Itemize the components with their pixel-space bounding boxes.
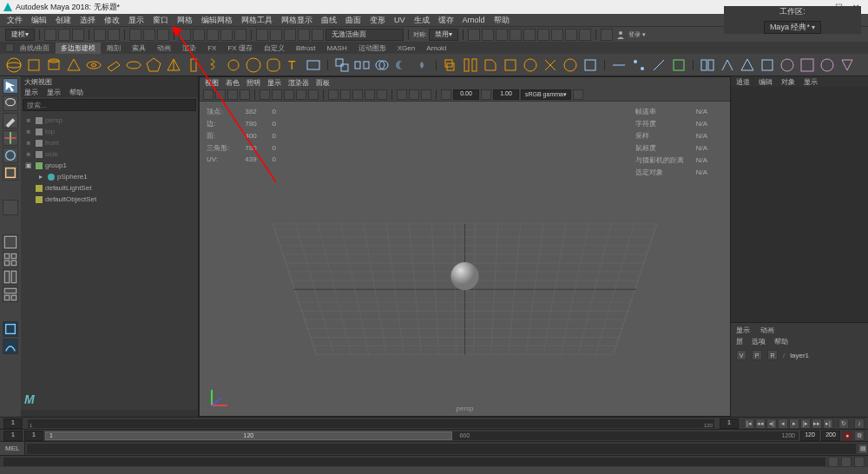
two-pane-icon[interactable]	[3, 269, 18, 285]
play-back-icon[interactable]: ◂	[778, 418, 788, 429]
shelf-tab[interactable]: Bifrost	[291, 43, 321, 53]
layer-tab-anim[interactable]: 动画	[760, 326, 774, 335]
poly-pipe-icon[interactable]	[185, 56, 202, 74]
shelf-tab[interactable]: 动画	[152, 43, 176, 54]
combine-icon[interactable]	[333, 56, 351, 74]
append-icon[interactable]	[502, 56, 519, 74]
menu-item[interactable]: 选择	[80, 15, 95, 26]
targetweld-icon[interactable]	[630, 56, 648, 74]
separate-icon[interactable]	[353, 56, 371, 74]
menu-item[interactable]: 帮助	[494, 15, 510, 26]
last-tool-icon[interactable]	[3, 200, 18, 215]
layer-menu[interactable]: 帮助	[774, 337, 788, 346]
range-end-field[interactable]: 120	[800, 431, 819, 441]
construction3-icon[interactable]	[312, 29, 324, 41]
vp-color-mgmt-icon[interactable]	[573, 89, 583, 100]
vp-xray-icon[interactable]	[409, 89, 419, 100]
vp-2d-icon[interactable]	[240, 89, 250, 100]
shelf-menu-icon[interactable]	[5, 43, 14, 52]
snap-grid-icon[interactable]	[179, 29, 191, 41]
connect-icon[interactable]	[650, 56, 667, 74]
menu-item[interactable]: 变形	[370, 15, 385, 26]
layer-row[interactable]: V P R / layer1	[736, 348, 863, 362]
vp-exposure-field[interactable]: 0.00	[453, 89, 479, 100]
menu-item[interactable]: 创建	[56, 15, 71, 26]
poly-gear-icon[interactable]	[225, 56, 242, 74]
command-input[interactable]	[27, 444, 856, 454]
history-icon[interactable]	[256, 29, 268, 41]
script-editor-icon[interactable]: ▤	[858, 444, 868, 454]
layer-menu[interactable]: 选项	[752, 337, 766, 346]
vp-gamma-icon[interactable]	[481, 89, 491, 100]
key-fwd-icon[interactable]: |▸	[800, 418, 811, 429]
menu-item[interactable]: 编辑网格	[201, 15, 233, 26]
layer-vis-toggle[interactable]: V	[736, 350, 746, 360]
outliner-item-group1[interactable]: ▣group1	[24, 160, 194, 171]
status-icon-1[interactable]	[828, 457, 838, 467]
move-tool-icon[interactable]	[3, 130, 18, 146]
layer-color-swatch[interactable]: /	[783, 352, 785, 359]
crease-icon[interactable]	[719, 56, 736, 74]
vp-textured-icon[interactable]	[352, 89, 363, 100]
four-pane-icon[interactable]	[3, 252, 18, 267]
graph-toggle-icon[interactable]	[3, 339, 18, 354]
boolean-intersect-icon[interactable]	[413, 56, 431, 74]
construction-icon[interactable]	[284, 29, 296, 41]
range-selection[interactable]: 1 120	[45, 431, 452, 440]
outliner-hscroll[interactable]	[21, 410, 198, 417]
vp-light-icon[interactable]	[365, 89, 375, 100]
menu-item[interactable]: 生成	[414, 15, 430, 26]
menu-item[interactable]: Arnold	[463, 16, 485, 24]
poly-pyramid-icon[interactable]	[165, 56, 182, 74]
shelf-tab[interactable]: 运动图形	[353, 43, 391, 54]
menu-item[interactable]: 曲面	[345, 15, 361, 26]
poly-cube-icon[interactable]	[25, 56, 43, 74]
remesh-icon[interactable]	[799, 56, 816, 74]
snap-plane-icon[interactable]	[220, 29, 233, 41]
undo-icon[interactable]	[94, 29, 106, 41]
menu-item[interactable]: 显示	[128, 15, 144, 26]
select-tool-icon[interactable]	[3, 78, 18, 94]
ipr-icon[interactable]	[482, 29, 494, 41]
vp-menu[interactable]: 视图	[205, 78, 219, 88]
shelf-tab[interactable]: 自定义	[259, 43, 290, 54]
scale-tool-icon[interactable]	[3, 165, 18, 181]
menu-item[interactable]: 网格显示	[281, 15, 312, 26]
outliner-item-front[interactable]: ■front	[24, 137, 194, 148]
shelf-tab[interactable]: MASH	[322, 43, 352, 53]
render-icon[interactable]	[468, 29, 480, 41]
step-fwd-icon[interactable]: ▸▸	[812, 418, 822, 429]
vp-safe-icon[interactable]	[308, 89, 319, 100]
snap-point-icon[interactable]	[207, 29, 219, 41]
anim-end-field[interactable]: 200	[821, 431, 840, 441]
tab-object[interactable]: 对象	[781, 77, 795, 87]
script-lang-selector[interactable]: MEL	[0, 442, 25, 455]
tab-channels[interactable]: 通道	[736, 77, 750, 87]
shelf-tab[interactable]: 渲染	[177, 43, 201, 54]
hypershade-icon[interactable]	[510, 29, 522, 41]
viewport-3d[interactable]	[200, 102, 730, 416]
time-track[interactable]: 1120	[28, 419, 714, 428]
outliner-tree[interactable]: ■persp ■top ■front ■side ▣group1 ▸pSpher…	[21, 113, 198, 389]
vp-shadow-icon[interactable]	[377, 89, 387, 100]
layer-name[interactable]: layer1	[790, 352, 809, 359]
menu-item[interactable]: 缓存	[438, 15, 454, 26]
vp-shaded-icon[interactable]	[340, 89, 351, 100]
single-pane-icon[interactable]	[3, 234, 18, 250]
vp-view-transform[interactable]: sRGB gamma ▾	[521, 89, 571, 100]
mirror-icon[interactable]	[699, 56, 716, 74]
poly-cylinder-icon[interactable]	[45, 56, 62, 74]
menu-item[interactable]: UV	[394, 16, 405, 24]
menu-item[interactable]: 编辑	[31, 15, 47, 26]
panel3-icon[interactable]	[565, 29, 577, 41]
sculpt-icon[interactable]	[779, 56, 796, 74]
shelf-tab[interactable]: FX 缓存	[222, 43, 257, 54]
outliner-toggle-icon[interactable]	[3, 321, 18, 337]
svg-tool-icon[interactable]	[305, 56, 322, 74]
vp-select-cam-icon[interactable]	[203, 89, 214, 100]
three-pane-icon[interactable]	[3, 286, 18, 302]
step-back-icon[interactable]: ◂◂	[755, 418, 766, 429]
status-icon-3[interactable]	[854, 457, 865, 467]
reduce-icon[interactable]	[838, 56, 856, 74]
render-settings-icon[interactable]	[496, 29, 508, 41]
